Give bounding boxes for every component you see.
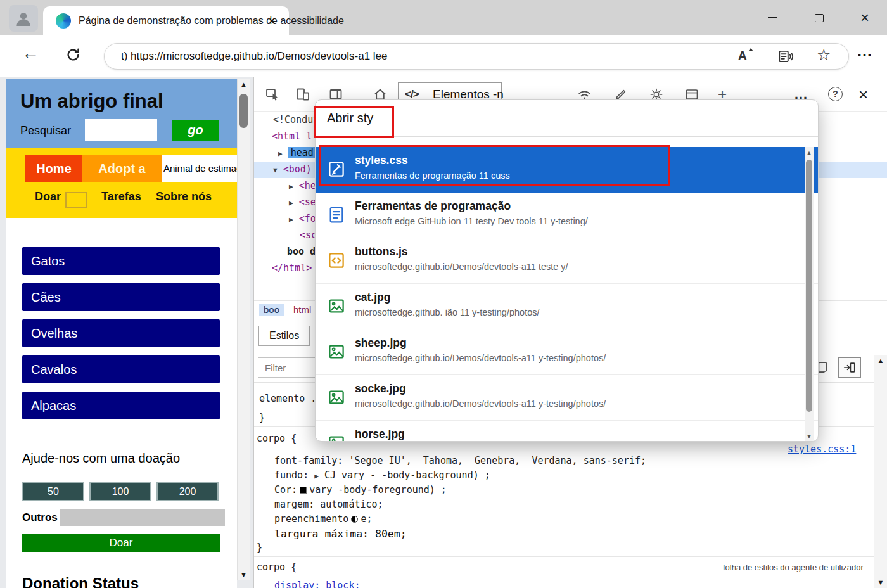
css-prop-margin[interactable]: margem: automático; (274, 499, 383, 510)
css-prop-font-family[interactable]: font-family: 'Segoe IU', Tahoma, Genebra… (274, 455, 646, 466)
amount-button-100[interactable]: 100 (89, 482, 151, 501)
edge-logo-icon (56, 13, 71, 29)
styles-scrollbar[interactable]: ▲ ▼ (874, 355, 887, 588)
address-bar[interactable]: t) https://microsoftedge.github.io/Demos… (104, 43, 849, 70)
agent-stylesheet-note: folha de estilos do agente de utilizador (723, 563, 864, 572)
category-button-cavalos[interactable]: Cavalos (22, 355, 220, 383)
expand-icon[interactable]: ▶ (314, 472, 319, 480)
category-button-ovelhas[interactable]: Ovelhas (22, 319, 220, 347)
outros-input[interactable] (60, 509, 225, 526)
immersive-reader-button[interactable] (777, 48, 794, 65)
minimize-button[interactable] (758, 8, 787, 27)
expand-icon[interactable]: ▶ (289, 215, 293, 224)
css-prop-background[interactable]: fundo: ▶ CJ vary - -body-background) ; (274, 470, 490, 481)
image-icon (327, 297, 346, 316)
help-button[interactable]: ? (828, 87, 843, 101)
scrollbar-thumb[interactable] (239, 94, 248, 128)
scrollbar-thumb[interactable] (806, 160, 812, 412)
expand-icon[interactable]: ▶ (289, 199, 293, 207)
search-go-button[interactable]: go (172, 120, 219, 141)
quick-open-query[interactable]: Abrir sty (327, 100, 373, 136)
result-cat-jpg[interactable]: cat.jpg microsoftedge.github. ião 11 y-t… (316, 284, 819, 329)
dom-body-label: <bod) (283, 163, 312, 175)
result-sheep-jpg[interactable]: sheep.jpg microsoftedge.github.io/Demos/… (316, 329, 819, 375)
site-title: Um abrigo final (20, 90, 163, 113)
amount-button-50[interactable]: 50 (22, 482, 84, 501)
refresh-button[interactable] (65, 46, 82, 63)
favorites-star-icon[interactable]: ☆ (817, 46, 831, 64)
device-emulation-button[interactable] (295, 86, 311, 103)
expand-icon[interactable]: ▶ (278, 150, 283, 158)
result-ferramentas[interactable]: Ferramentas de programação Microsoft edg… (316, 193, 819, 238)
nav-home[interactable]: Home (25, 155, 82, 182)
dom-child-header[interactable]: ▶ <he (289, 180, 316, 191)
color-swatch[interactable] (300, 487, 307, 494)
dialog-scrollbar[interactable]: ▲ ▼ (805, 147, 814, 442)
outros-label: Outros (22, 511, 58, 524)
dom-child-section[interactable]: ▶ <se (289, 196, 316, 208)
nav-tarefas[interactable]: Tarefas (101, 190, 141, 203)
webpage-viewport: Um abrigo final Pesquisar go Home Adopt … (6, 79, 237, 588)
person-icon (14, 9, 33, 28)
result-title: buttons.js (355, 245, 408, 259)
category-button-caes[interactable]: Cães (22, 283, 220, 311)
css-source-link[interactable]: styles.css:1 (788, 444, 856, 455)
dom-html-open[interactable]: <html l (272, 131, 312, 142)
nav-doar[interactable]: Doar (35, 190, 61, 203)
maximize-button[interactable] (805, 8, 834, 27)
css-rule3-selector[interactable]: corpo { (257, 561, 297, 573)
breadcrumb-html[interactable]: html (293, 304, 311, 315)
divider (254, 556, 874, 557)
browser-tab[interactable]: Página de demonstração com problemas de … (43, 6, 289, 35)
category-button-gatos[interactable]: Gatos (22, 247, 220, 275)
scroll-up-icon[interactable]: ▲ (805, 150, 814, 156)
result-styles-css[interactable]: styles.css Ferramentas de programação 11… (316, 147, 819, 193)
nav-sobre-nos[interactable]: Sobre nós (156, 190, 212, 203)
dom-head-node[interactable]: ▶ head (278, 147, 316, 158)
css-prop-max-width[interactable]: largura máxima: 80em; (274, 528, 407, 540)
scroll-up-icon[interactable]: ▲ (874, 357, 887, 364)
browser-more-button[interactable]: … (857, 42, 872, 60)
breadcrumb-body[interactable]: boo (259, 304, 284, 316)
dom-body-node[interactable]: ▼ <bod) (273, 163, 312, 175)
devtools-close-button[interactable]: × (858, 77, 868, 112)
css-rule2-selector[interactable]: corpo { (257, 433, 297, 444)
nav-adopt[interactable]: Adopt a (82, 155, 162, 182)
dom-body-close[interactable]: boo d (287, 246, 316, 257)
window-close-button[interactable]: × (850, 8, 879, 27)
scroll-down-icon[interactable]: ▼ (238, 571, 250, 578)
scroll-up-icon[interactable]: ▲ (238, 80, 250, 88)
result-horse-jpg[interactable]: horse.jpg (316, 421, 819, 442)
nav-empty-box (65, 192, 87, 208)
tab-close-icon[interactable]: × (264, 13, 279, 29)
css-prop-padding[interactable]: preenchimentoe; (274, 513, 372, 525)
inspect-icon (265, 87, 280, 102)
scroll-down-icon[interactable]: ▼ (874, 578, 887, 586)
url-text: t) https://microsoftedge.github.io/Demos… (121, 44, 388, 69)
device-toolbar-icon (295, 87, 310, 102)
amount-button-200[interactable]: 200 (156, 482, 219, 501)
profile-avatar[interactable] (9, 5, 38, 32)
css-prop-display[interactable]: display: block; (274, 580, 360, 588)
read-aloud-button[interactable]: A (738, 49, 747, 63)
scroll-down-icon[interactable]: ▼ (805, 433, 814, 440)
category-button-alpacas[interactable]: Alpacas (22, 392, 220, 419)
expand-icon[interactable]: ▶ (289, 182, 293, 191)
css-prop-color[interactable]: Cor:vary -body-foreground) ; (274, 484, 447, 495)
result-subtitle: microsoftedge.github. ião 11 y-testing/p… (355, 307, 540, 317)
site-header: Um abrigo final Pesquisar go (6, 79, 237, 148)
back-button[interactable]: ← (22, 43, 39, 63)
new-style-rule-button[interactable] (838, 357, 861, 378)
result-buttons-js[interactable]: buttons.js microsoftedge.github.io/Demos… (316, 238, 819, 284)
donation-heading: Ajude-nos com uma doação (22, 451, 180, 466)
inspect-element-button[interactable] (264, 86, 281, 103)
donate-button[interactable]: Doar (22, 534, 220, 552)
site-search-input[interactable] (85, 119, 157, 141)
result-subtitle: Microsoft edge GitHub ion 11 testy Dev t… (355, 216, 588, 226)
dom-html-close[interactable]: </html> (272, 262, 312, 274)
collapse-icon[interactable]: ▼ (273, 166, 278, 174)
page-scrollbar[interactable]: ▲ ▼ (237, 79, 250, 580)
dom-child-footer[interactable]: ▶ <fo (289, 213, 316, 224)
tab-estilos[interactable]: Estilos (258, 326, 310, 346)
result-socke-jpg[interactable]: socke.jpg microsoftedge.github.io/Demos/… (316, 375, 819, 421)
